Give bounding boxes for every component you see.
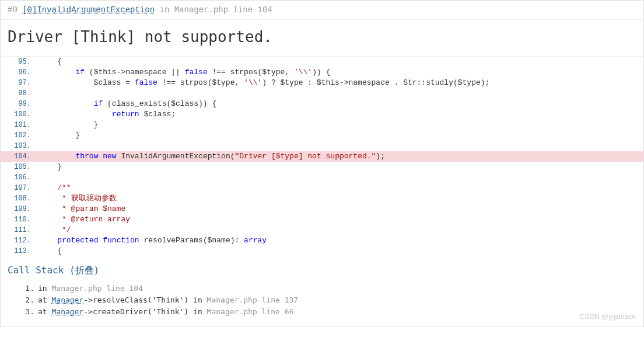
- line-content: * @param $name: [36, 204, 643, 214]
- line-number: 108.: [1, 193, 36, 204]
- line-content: {: [36, 57, 643, 67]
- code-line: 104. throw new InvalidArgumentException(…: [1, 151, 643, 162]
- line-content: if ($this->namespace || false !== strpos…: [36, 67, 643, 78]
- line-content: * 获取驱动参数: [36, 193, 643, 204]
- stack-frame[interactable]: 1.in Manager.php line 104: [20, 283, 636, 294]
- code-line: 100. return $class;: [1, 109, 643, 120]
- line-content: protected function resolveParams($name):…: [36, 235, 643, 246]
- line-number: 96.: [1, 67, 36, 78]
- stack-frame-number: 2.: [20, 294, 34, 306]
- line-number: 95.: [1, 57, 36, 67]
- line-number: 100.: [1, 109, 36, 120]
- code-line: 103.: [1, 141, 643, 151]
- line-number: 106.: [1, 172, 36, 183]
- code-line: 98.: [1, 88, 643, 99]
- code-line: 97. $class = false !== strpos($type, '\\…: [1, 78, 643, 88]
- line-content: if (class_exists($class)) {: [36, 99, 643, 109]
- line-number: 98.: [1, 88, 36, 99]
- code-line: 107. /**: [1, 183, 643, 193]
- line-content: $class = false !== strpos($type, '\\') ?…: [36, 78, 643, 88]
- line-number: 112.: [1, 235, 36, 246]
- stack-frame-number: 3.: [20, 306, 34, 318]
- error-page: #0 [0]InvalidArgumentException in Manage…: [0, 0, 644, 326]
- line-number: 97.: [1, 78, 36, 88]
- code-snippet: 95. {96. if ($this->namespace || false !…: [1, 56, 643, 256]
- code-line: 95. {: [1, 57, 643, 67]
- line-content: */: [36, 225, 643, 235]
- line-number: 107.: [1, 183, 36, 193]
- line-content: [36, 141, 643, 151]
- stack-frame[interactable]: 2.at Manager->resolveClass('Think') in M…: [20, 294, 636, 306]
- in-word: in: [159, 5, 169, 15]
- line-content: {: [36, 246, 643, 256]
- file-location: Manager.php line 104: [174, 5, 272, 15]
- line-number: 113.: [1, 246, 36, 256]
- code-line: 102. }: [1, 130, 643, 141]
- exception-header: #0 [0]InvalidArgumentException in Manage…: [1, 1, 643, 20]
- line-content: * @return array: [36, 214, 643, 225]
- line-content: [36, 88, 643, 99]
- code-line: 106.: [1, 172, 643, 183]
- stack-frame-text: at Manager->resolveClass('Think') in Man…: [38, 294, 636, 306]
- code-line: 101. }: [1, 120, 643, 130]
- frame-hash: #0: [8, 5, 18, 15]
- line-content: [36, 172, 643, 183]
- line-number: 104.: [1, 151, 36, 162]
- line-number: 105.: [1, 162, 36, 172]
- frame-bracket[interactable]: [0]: [22, 5, 37, 15]
- line-number: 111.: [1, 225, 36, 235]
- line-number: 99.: [1, 99, 36, 109]
- stack-frame-text: in Manager.php line 104: [38, 283, 636, 294]
- line-content: return $class;: [36, 109, 643, 120]
- line-number: 101.: [1, 120, 36, 130]
- call-stack-list: 1.in Manager.php line 1042.at Manager->r…: [1, 283, 643, 326]
- code-line: 113. {: [1, 246, 643, 256]
- watermark: CSDN @yijianace: [580, 312, 636, 321]
- line-content: }: [36, 130, 643, 141]
- line-number: 109.: [1, 204, 36, 214]
- code-line: 99. if (class_exists($class)) {: [1, 99, 643, 109]
- line-number: 102.: [1, 130, 36, 141]
- code-line: 112. protected function resolveParams($n…: [1, 235, 643, 246]
- line-content: throw new InvalidArgumentException("Driv…: [36, 151, 643, 162]
- stack-frame-text: at Manager->createDriver('Think') in Man…: [38, 306, 636, 318]
- line-number: 103.: [1, 141, 36, 151]
- line-content: /**: [36, 183, 643, 193]
- code-line: 96. if ($this->namespace || false !== st…: [1, 67, 643, 78]
- stack-frame-number: 1.: [20, 283, 34, 294]
- code-line: 109. * @param $name: [1, 204, 643, 214]
- call-stack-header[interactable]: Call Stack (折叠): [1, 256, 643, 283]
- exception-class-link[interactable]: InvalidArgumentException: [37, 5, 155, 15]
- code-line: 108. * 获取驱动参数: [1, 193, 643, 204]
- code-line: 110. * @return array: [1, 214, 643, 225]
- line-number: 110.: [1, 214, 36, 225]
- line-content: }: [36, 120, 643, 130]
- error-message: Driver [Think] not supported.: [1, 20, 643, 56]
- stack-frame[interactable]: 3.at Manager->createDriver('Think') in M…: [20, 306, 636, 318]
- code-line: 111. */: [1, 225, 643, 235]
- code-line: 105. }: [1, 162, 643, 172]
- line-content: }: [36, 162, 643, 172]
